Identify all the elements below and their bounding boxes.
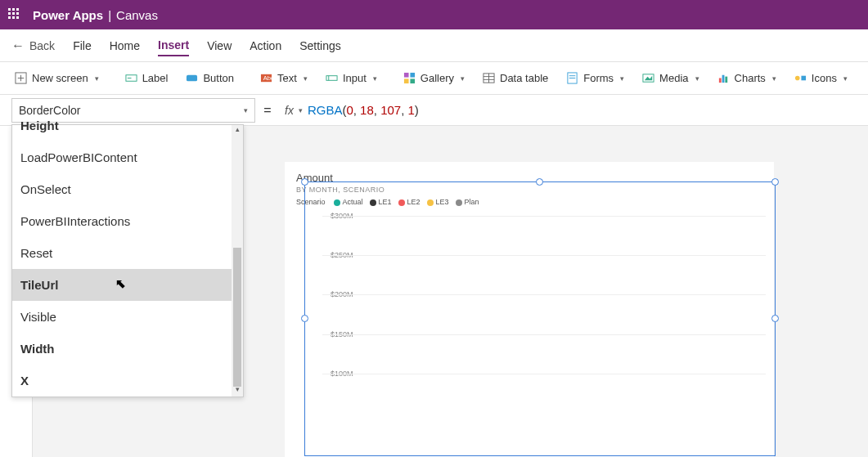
- chevron-down-icon: ▾: [373, 74, 377, 83]
- scroll-down-icon[interactable]: ▾: [232, 385, 243, 397]
- menu-home[interactable]: Home: [110, 36, 140, 56]
- cursor-icon: ⬉: [115, 276, 126, 291]
- text-icon: Abc: [260, 72, 272, 84]
- resize-handle[interactable]: [301, 178, 308, 186]
- input-icon: [326, 72, 338, 84]
- chevron-down-icon: ▾: [244, 106, 248, 114]
- scroll-thumb[interactable]: [233, 248, 241, 387]
- input-button[interactable]: Input▾: [319, 69, 384, 87]
- fx-label: fx: [280, 104, 299, 117]
- property-option[interactable]: Height: [12, 119, 243, 141]
- chevron-down-icon: ▾: [461, 74, 465, 83]
- equals-label: =: [255, 103, 280, 118]
- media-button[interactable]: Media▾: [636, 69, 705, 87]
- menu-file[interactable]: File: [73, 36, 92, 56]
- svg-rect-13: [410, 78, 415, 83]
- chevron-down-icon: ▾: [772, 74, 776, 83]
- icons-button[interactable]: Icons▾: [788, 69, 854, 87]
- gallery-icon: [403, 72, 416, 84]
- label-label: Label: [142, 72, 169, 84]
- property-option[interactable]: X: [12, 365, 243, 397]
- app-name: Power Apps: [33, 8, 103, 22]
- back-label: Back: [29, 39, 55, 52]
- datatable-icon: [483, 72, 495, 84]
- svg-point-26: [795, 76, 800, 81]
- gallery-label: Gallery: [421, 72, 454, 84]
- chevron-down-icon: ▾: [843, 74, 848, 83]
- title-bar: Power Apps | Canvas: [0, 0, 868, 29]
- property-option[interactable]: LoadPowerBIContent: [12, 141, 243, 173]
- menu-action[interactable]: Action: [250, 36, 281, 56]
- icons-icon: [794, 72, 807, 84]
- icons-label: Icons: [812, 72, 837, 84]
- svg-marker-22: [645, 76, 652, 81]
- svg-rect-5: [187, 75, 197, 82]
- scrollbar[interactable]: ▴ ▾: [232, 125, 243, 397]
- resize-handle[interactable]: [536, 178, 543, 186]
- label-icon: [125, 72, 137, 84]
- datatable-label: Data table: [500, 72, 548, 84]
- text-button[interactable]: Abc Text▾: [254, 69, 314, 87]
- forms-button[interactable]: Forms▾: [560, 69, 631, 87]
- svg-rect-8: [326, 76, 337, 81]
- resize-handle[interactable]: [301, 315, 308, 322]
- property-option[interactable]: OnSelect: [12, 173, 243, 205]
- ribbon: New screen▾ Label Button Abc Text▾ Input…: [0, 62, 868, 95]
- chevron-down-icon: ▾: [695, 74, 699, 83]
- media-icon: [642, 72, 654, 84]
- new-screen-icon: [15, 72, 27, 84]
- label-button[interactable]: Label: [119, 69, 175, 87]
- svg-rect-11: [410, 73, 415, 78]
- svg-rect-25: [725, 77, 727, 83]
- property-option[interactable]: Visible: [12, 301, 243, 333]
- scroll-up-icon[interactable]: ▴: [232, 125, 243, 137]
- property-list[interactable]: HeightLoadPowerBIContentOnSelectPowerBII…: [11, 124, 244, 397]
- menu-view[interactable]: View: [207, 36, 232, 56]
- charts-button[interactable]: Charts▾: [711, 69, 783, 87]
- input-label: Input: [343, 72, 367, 84]
- chevron-down-icon: ▾: [620, 74, 624, 83]
- svg-rect-24: [722, 75, 724, 83]
- selection-box: [304, 181, 776, 456]
- new-screen-label: New screen: [32, 72, 88, 84]
- svg-rect-27: [801, 76, 806, 81]
- menu-insert[interactable]: Insert: [158, 35, 189, 56]
- property-option[interactable]: TileUrl⬉: [12, 269, 243, 301]
- page-name: Canvas: [116, 8, 158, 22]
- resize-handle[interactable]: [771, 178, 779, 186]
- formula-input[interactable]: RGBA(0, 18, 107, 1): [303, 103, 868, 118]
- svg-rect-12: [404, 78, 409, 83]
- button-button[interactable]: Button: [179, 69, 241, 87]
- datatable-button[interactable]: Data table: [476, 69, 555, 87]
- property-option[interactable]: Reset: [12, 237, 243, 269]
- resize-handle[interactable]: [771, 315, 779, 322]
- forms-label: Forms: [583, 72, 614, 84]
- formula-fn: RGBA: [308, 103, 343, 117]
- gallery-button[interactable]: Gallery▾: [397, 69, 471, 87]
- media-label: Media: [659, 72, 688, 84]
- chevron-down-icon: ▾: [95, 74, 99, 83]
- menu-settings[interactable]: Settings: [299, 36, 341, 56]
- property-option[interactable]: PowerBIInteractions: [12, 205, 243, 237]
- back-button[interactable]: ← Back: [11, 38, 55, 53]
- button-label: Button: [203, 72, 234, 84]
- menu-bar: ← Back File Home Insert View Action Sett…: [0, 29, 868, 62]
- title-sep: |: [108, 8, 111, 22]
- button-icon: [186, 72, 198, 84]
- property-option[interactable]: Width: [12, 333, 243, 365]
- svg-rect-23: [718, 78, 721, 83]
- new-screen-button[interactable]: New screen▾: [8, 69, 106, 87]
- svg-text:Abc: Abc: [263, 74, 272, 82]
- charts-label: Charts: [735, 72, 766, 84]
- property-value: BorderColor: [19, 104, 80, 117]
- svg-rect-10: [404, 73, 409, 78]
- charts-icon: [717, 72, 730, 84]
- forms-icon: [566, 72, 578, 84]
- chevron-down-icon: ▾: [304, 74, 308, 83]
- waffle-icon[interactable]: [8, 8, 21, 21]
- arrow-left-icon: ←: [11, 38, 25, 53]
- text-label: Text: [277, 72, 297, 84]
